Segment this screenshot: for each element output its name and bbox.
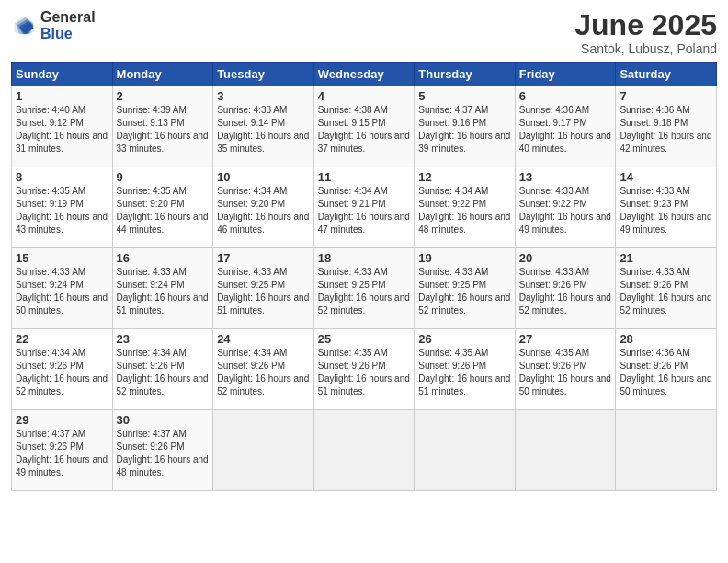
daylight-label: Daylight: 16 hours and 46 minutes. bbox=[217, 212, 309, 235]
daylight-label: Daylight: 16 hours and 43 minutes. bbox=[16, 212, 108, 235]
day-number: 25 bbox=[318, 332, 411, 346]
sunset-label: Sunset: 9:26 PM bbox=[620, 280, 688, 290]
calendar-cell: 15 Sunrise: 4:33 AM Sunset: 9:24 PM Dayl… bbox=[12, 248, 113, 329]
day-info: Sunrise: 4:34 AM Sunset: 9:22 PM Dayligh… bbox=[418, 185, 511, 236]
daylight-label: Daylight: 16 hours and 50 minutes. bbox=[519, 373, 611, 396]
title-block: June 2025 Santok, Lubusz, Poland bbox=[574, 9, 717, 56]
daylight-label: Daylight: 16 hours and 49 minutes. bbox=[16, 454, 108, 477]
calendar-cell: 3 Sunrise: 4:38 AM Sunset: 9:14 PM Dayli… bbox=[213, 86, 314, 167]
calendar-cell: 14 Sunrise: 4:33 AM Sunset: 9:23 PM Dayl… bbox=[616, 167, 717, 248]
day-info: Sunrise: 4:34 AM Sunset: 9:26 PM Dayligh… bbox=[217, 347, 310, 398]
day-number: 22 bbox=[16, 332, 108, 346]
sunset-label: Sunset: 9:26 PM bbox=[117, 442, 185, 452]
sunrise-label: Sunrise: 4:40 AM bbox=[16, 105, 85, 115]
daylight-label: Daylight: 16 hours and 33 minutes. bbox=[117, 131, 209, 154]
calendar-cell bbox=[415, 410, 516, 491]
calendar-cell: 25 Sunrise: 4:35 AM Sunset: 9:26 PM Dayl… bbox=[313, 329, 415, 410]
daylight-label: Daylight: 16 hours and 51 minutes. bbox=[117, 293, 209, 316]
day-info: Sunrise: 4:35 AM Sunset: 9:26 PM Dayligh… bbox=[318, 347, 411, 398]
sunset-label: Sunset: 9:26 PM bbox=[217, 361, 285, 371]
daylight-label: Daylight: 16 hours and 48 minutes. bbox=[418, 212, 510, 235]
day-number: 15 bbox=[16, 251, 108, 265]
page-container: General Blue June 2025 Santok, Lubusz, P… bbox=[0, 0, 728, 500]
sunset-label: Sunset: 9:26 PM bbox=[16, 361, 84, 371]
calendar-cell: 18 Sunrise: 4:33 AM Sunset: 9:25 PM Dayl… bbox=[313, 248, 415, 329]
sunrise-label: Sunrise: 4:34 AM bbox=[117, 348, 187, 358]
day-info: Sunrise: 4:38 AM Sunset: 9:14 PM Dayligh… bbox=[217, 104, 310, 155]
calendar-cell: 21 Sunrise: 4:33 AM Sunset: 9:26 PM Dayl… bbox=[616, 248, 717, 329]
sunrise-label: Sunrise: 4:36 AM bbox=[620, 348, 689, 358]
day-info: Sunrise: 4:38 AM Sunset: 9:15 PM Dayligh… bbox=[318, 104, 411, 155]
col-saturday: Saturday bbox=[616, 63, 717, 86]
day-number: 3 bbox=[217, 89, 310, 103]
col-monday: Monday bbox=[112, 63, 213, 86]
logo-text: General Blue bbox=[40, 9, 96, 41]
day-number: 23 bbox=[117, 332, 210, 346]
sunset-label: Sunset: 9:26 PM bbox=[620, 361, 688, 371]
day-info: Sunrise: 4:33 AM Sunset: 9:25 PM Dayligh… bbox=[217, 266, 310, 317]
day-number: 8 bbox=[16, 170, 108, 184]
daylight-label: Daylight: 16 hours and 52 minutes. bbox=[418, 293, 510, 316]
sunrise-label: Sunrise: 4:38 AM bbox=[217, 105, 287, 115]
sunrise-label: Sunrise: 4:34 AM bbox=[217, 348, 287, 358]
sunset-label: Sunset: 9:14 PM bbox=[217, 118, 285, 128]
sunrise-label: Sunrise: 4:37 AM bbox=[418, 105, 488, 115]
calendar-cell: 30 Sunrise: 4:37 AM Sunset: 9:26 PM Dayl… bbox=[112, 410, 213, 491]
day-number: 18 bbox=[318, 251, 411, 265]
calendar-cell bbox=[515, 410, 616, 491]
sunset-label: Sunset: 9:22 PM bbox=[519, 199, 587, 209]
sunrise-label: Sunrise: 4:33 AM bbox=[519, 267, 589, 277]
sunrise-label: Sunrise: 4:33 AM bbox=[620, 186, 689, 196]
sunset-label: Sunset: 9:26 PM bbox=[418, 361, 486, 371]
calendar-week-row: 15 Sunrise: 4:33 AM Sunset: 9:24 PM Dayl… bbox=[12, 248, 717, 329]
day-number: 24 bbox=[217, 332, 310, 346]
sunrise-label: Sunrise: 4:33 AM bbox=[519, 186, 589, 196]
calendar-cell: 24 Sunrise: 4:34 AM Sunset: 9:26 PM Dayl… bbox=[213, 329, 314, 410]
sunset-label: Sunset: 9:16 PM bbox=[418, 118, 486, 128]
day-info: Sunrise: 4:33 AM Sunset: 9:25 PM Dayligh… bbox=[418, 266, 511, 317]
day-info: Sunrise: 4:33 AM Sunset: 9:25 PM Dayligh… bbox=[318, 266, 411, 317]
calendar-cell: 9 Sunrise: 4:35 AM Sunset: 9:20 PM Dayli… bbox=[112, 167, 213, 248]
header: General Blue June 2025 Santok, Lubusz, P… bbox=[11, 9, 717, 56]
sunset-label: Sunset: 9:13 PM bbox=[117, 118, 185, 128]
col-wednesday: Wednesday bbox=[313, 63, 415, 86]
day-info: Sunrise: 4:37 AM Sunset: 9:16 PM Dayligh… bbox=[418, 104, 511, 155]
sunset-label: Sunset: 9:24 PM bbox=[117, 280, 185, 290]
sunset-label: Sunset: 9:25 PM bbox=[418, 280, 486, 290]
calendar-cell: 1 Sunrise: 4:40 AM Sunset: 9:12 PM Dayli… bbox=[12, 86, 113, 167]
calendar-cell: 23 Sunrise: 4:34 AM Sunset: 9:26 PM Dayl… bbox=[112, 329, 213, 410]
sunset-label: Sunset: 9:21 PM bbox=[318, 199, 386, 209]
logo-icon bbox=[11, 13, 37, 39]
day-number: 27 bbox=[519, 332, 612, 346]
col-sunday: Sunday bbox=[12, 63, 113, 86]
day-info: Sunrise: 4:37 AM Sunset: 9:26 PM Dayligh… bbox=[16, 428, 108, 479]
day-number: 13 bbox=[519, 170, 612, 184]
logo-blue-text: Blue bbox=[40, 26, 96, 42]
calendar-cell: 8 Sunrise: 4:35 AM Sunset: 9:19 PM Dayli… bbox=[12, 167, 113, 248]
sunrise-label: Sunrise: 4:33 AM bbox=[16, 267, 85, 277]
daylight-label: Daylight: 16 hours and 52 minutes. bbox=[16, 373, 108, 396]
day-number: 29 bbox=[16, 413, 108, 427]
sunset-label: Sunset: 9:24 PM bbox=[16, 280, 84, 290]
sunset-label: Sunset: 9:20 PM bbox=[117, 199, 185, 209]
daylight-label: Daylight: 16 hours and 51 minutes. bbox=[318, 373, 410, 396]
day-number: 12 bbox=[418, 170, 511, 184]
calendar-cell: 28 Sunrise: 4:36 AM Sunset: 9:26 PM Dayl… bbox=[616, 329, 717, 410]
calendar-cell: 10 Sunrise: 4:34 AM Sunset: 9:20 PM Dayl… bbox=[213, 167, 314, 248]
day-info: Sunrise: 4:36 AM Sunset: 9:17 PM Dayligh… bbox=[519, 104, 612, 155]
sunset-label: Sunset: 9:20 PM bbox=[217, 199, 285, 209]
calendar-cell: 20 Sunrise: 4:33 AM Sunset: 9:26 PM Dayl… bbox=[515, 248, 616, 329]
day-info: Sunrise: 4:35 AM Sunset: 9:19 PM Dayligh… bbox=[16, 185, 108, 236]
sunrise-label: Sunrise: 4:33 AM bbox=[117, 267, 187, 277]
day-info: Sunrise: 4:35 AM Sunset: 9:26 PM Dayligh… bbox=[519, 347, 612, 398]
calendar-cell: 27 Sunrise: 4:35 AM Sunset: 9:26 PM Dayl… bbox=[515, 329, 616, 410]
logo-general-text: General bbox=[40, 9, 96, 26]
daylight-label: Daylight: 16 hours and 47 minutes. bbox=[318, 212, 410, 235]
sunset-label: Sunset: 9:25 PM bbox=[217, 280, 285, 290]
sunset-label: Sunset: 9:26 PM bbox=[318, 361, 386, 371]
daylight-label: Daylight: 16 hours and 52 minutes. bbox=[318, 293, 410, 316]
sunset-label: Sunset: 9:26 PM bbox=[117, 361, 185, 371]
daylight-label: Daylight: 16 hours and 49 minutes. bbox=[620, 212, 711, 235]
daylight-label: Daylight: 16 hours and 50 minutes. bbox=[16, 293, 108, 316]
sunset-label: Sunset: 9:18 PM bbox=[620, 118, 688, 128]
